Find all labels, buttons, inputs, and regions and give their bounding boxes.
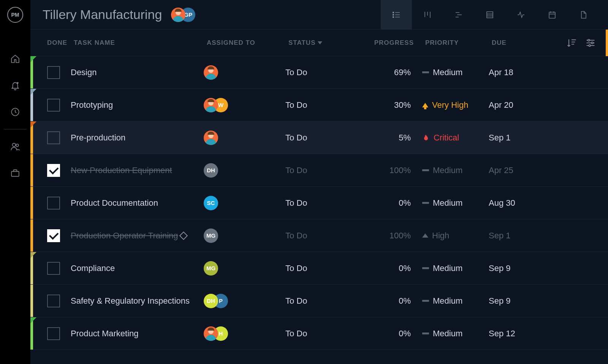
view-files[interactable] [568,0,599,30]
task-name[interactable]: Production Operator Training [71,230,204,241]
status-cell[interactable]: To Do [285,263,352,273]
task-name[interactable]: Prototyping [71,100,204,110]
task-row[interactable]: New Production EquipmentDHTo Do100%Mediu… [30,154,608,187]
task-name[interactable]: Product Marketing [71,328,204,339]
progress-cell[interactable]: 0% [352,198,422,208]
nav-home[interactable] [0,46,30,72]
due-cell[interactable]: Sep 12 [489,329,546,339]
task-row[interactable]: ComplianceMGTo Do0%MediumSep 9 [30,252,608,285]
priority-cell[interactable]: Medium [422,329,489,339]
status-cell[interactable]: To Do [285,198,352,208]
due-cell[interactable]: Sep 9 [489,263,546,273]
task-row[interactable]: PrototypingWTo Do30%Very HighApr 20 [30,89,608,121]
done-checkbox[interactable] [47,327,60,340]
task-name[interactable]: Design [71,67,204,78]
assigned-cell[interactable]: DHP [204,294,285,308]
column-header-done[interactable]: DONE [33,39,74,47]
status-cell[interactable]: To Do [285,100,352,110]
due-cell[interactable]: Aug 30 [489,198,546,208]
due-cell[interactable]: Apr 20 [489,100,546,110]
priority-cell[interactable]: Medium [422,263,489,273]
due-cell[interactable]: Sep 9 [489,296,546,306]
view-gantt[interactable] [443,0,474,30]
view-sheet[interactable] [474,0,505,30]
assigned-cell[interactable]: SC [204,196,285,210]
task-name[interactable]: Safety & Regulatory Inspections [71,296,204,306]
task-row[interactable]: Product MarketingHTo Do0%MediumSep 12 [30,317,608,350]
done-checkbox[interactable] [47,131,60,144]
avatar[interactable] [204,65,218,80]
avatar[interactable] [204,326,218,341]
priority-cell[interactable]: Critical [422,133,489,143]
priority-cell[interactable]: High [422,231,489,241]
assigned-cell[interactable] [204,65,285,80]
sort-icon[interactable] [566,38,577,48]
due-cell[interactable]: Apr 18 [489,68,546,77]
nav-notifications[interactable] [0,72,30,99]
progress-cell[interactable]: 0% [352,263,422,273]
avatar[interactable]: DH [204,294,218,308]
task-name[interactable]: Product Documentation [71,198,204,208]
assigned-cell[interactable]: MG [204,228,285,243]
done-checkbox[interactable] [47,262,60,275]
assigned-cell[interactable]: H [204,326,285,341]
assigned-cell[interactable]: MG [204,261,285,276]
progress-cell[interactable]: 0% [352,329,422,339]
priority-cell[interactable]: Medium [422,296,489,306]
column-header-priority[interactable]: PRIORITY [425,39,492,47]
done-checkbox[interactable] [47,164,60,177]
assigned-cell[interactable] [204,131,285,145]
task-row[interactable]: Safety & Regulatory InspectionsDHPTo Do0… [30,285,608,317]
done-checkbox[interactable] [47,99,60,112]
view-calendar[interactable] [537,0,568,30]
status-cell[interactable]: To Do [285,68,352,77]
status-cell[interactable]: To Do [285,329,352,339]
nav-recent[interactable] [0,99,30,125]
column-header-progress[interactable]: PROGRESS [355,39,425,47]
done-checkbox[interactable] [47,229,60,242]
task-row[interactable]: Pre-productionTo Do5%CriticalSep 1 [30,121,608,154]
assigned-cell[interactable]: W [204,98,285,112]
column-header-assigned[interactable]: ASSIGNED TO [207,39,288,47]
due-cell[interactable]: Apr 25 [489,165,546,175]
status-cell[interactable]: To Do [285,165,352,175]
assigned-cell[interactable]: DH [204,163,285,178]
progress-cell[interactable]: 0% [352,296,422,306]
task-row[interactable]: DesignTo Do69%MediumApr 18 [30,56,608,89]
task-row[interactable]: Product DocumentationSCTo Do0%MediumAug … [30,187,608,219]
project-members[interactable]: GP [171,8,195,22]
progress-cell[interactable]: 100% [352,231,422,241]
app-logo[interactable]: PM [7,7,23,23]
nav-portfolio[interactable] [0,160,30,186]
filter-icon[interactable] [585,38,596,48]
avatar[interactable] [204,131,218,145]
task-row[interactable]: Production Operator TrainingMGTo Do100%H… [30,219,608,252]
nav-people[interactable] [0,133,30,160]
task-name[interactable]: Pre-production [71,132,204,143]
done-checkbox[interactable] [47,197,60,210]
due-cell[interactable]: Sep 1 [489,133,546,143]
progress-cell[interactable]: 69% [352,68,422,77]
column-header-due[interactable]: DUE [492,39,541,47]
status-cell[interactable]: To Do [285,296,352,306]
view-list[interactable] [381,0,412,30]
done-checkbox[interactable] [47,66,60,79]
column-header-task[interactable]: TASK NAME [74,39,207,47]
project-title[interactable]: Tillery Manufacturing [43,7,162,22]
avatar[interactable]: DH [204,163,218,178]
progress-cell[interactable]: 100% [352,165,422,175]
priority-cell[interactable]: Medium [422,68,489,77]
due-cell[interactable]: Sep 1 [489,231,546,241]
column-header-status[interactable]: STATUS [288,39,355,47]
priority-cell[interactable]: Very High [422,100,489,110]
priority-cell[interactable]: Medium [422,198,489,208]
avatar[interactable]: MG [204,228,218,243]
view-board[interactable] [412,0,443,30]
done-checkbox[interactable] [47,295,60,307]
avatar[interactable] [204,98,218,112]
task-name[interactable]: Compliance [71,263,204,274]
avatar[interactable]: SC [204,196,218,210]
avatar[interactable]: MG [204,261,218,276]
task-name[interactable]: New Production Equipment [71,165,204,176]
view-activity[interactable] [505,0,537,30]
